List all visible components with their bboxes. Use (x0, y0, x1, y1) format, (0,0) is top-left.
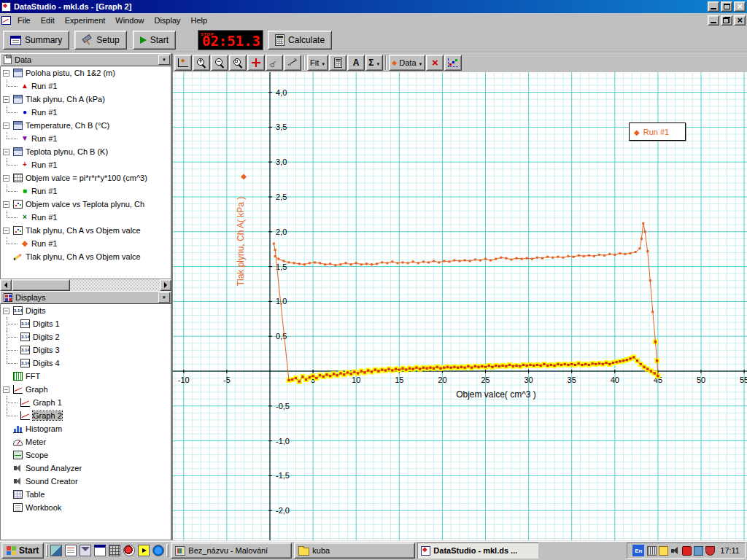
data-item[interactable]: −Objem valce vs Teplota plynu, Ch (1, 198, 171, 211)
shield-icon[interactable] (705, 546, 715, 556)
scale-to-fit-button[interactable] (174, 55, 192, 71)
start-menu-button[interactable]: Start (1, 542, 44, 559)
graph-canvas[interactable]: -10-55101520253035404550554,03,53,02,52,… (173, 72, 747, 540)
display-item[interactable]: Scope (1, 448, 171, 462)
display-item[interactable]: −Digits (1, 304, 171, 317)
display-child-item[interactable]: Graph 1 (1, 396, 171, 409)
data-item[interactable]: −Tlak plynu, Ch A (kPa) (1, 93, 171, 106)
text-annotation-button[interactable]: A (347, 55, 365, 71)
graph-settings-button[interactable] (444, 55, 462, 71)
slope-tool-button[interactable] (266, 55, 283, 71)
data-item[interactable]: −Tlak plynu, Ch A vs Objem valce (1, 224, 171, 237)
data-item[interactable]: Tlak plynu, Ch A vs Objem valce (1, 250, 171, 263)
display-item[interactable]: FFT (1, 370, 171, 383)
close-button[interactable] (734, 1, 746, 12)
maximize-button[interactable] (721, 1, 732, 12)
display-item[interactable]: −Graph (1, 383, 171, 396)
menu-window[interactable]: Window (110, 15, 149, 26)
collapse-icon[interactable]: − (3, 149, 9, 155)
data-menu-button[interactable]: ◆Data (389, 55, 425, 71)
menu-display[interactable]: Display (149, 15, 185, 26)
collapse-icon[interactable]: − (3, 386, 9, 393)
run-item[interactable]: ▲Run #1 (1, 79, 171, 93)
calculate-button[interactable]: Calculate (268, 31, 332, 50)
collapse-icon[interactable]: − (3, 96, 9, 103)
child-restore-button[interactable] (721, 15, 732, 26)
menu-help[interactable]: Help (186, 15, 213, 26)
display-item[interactable]: Table (1, 488, 171, 501)
run-item[interactable]: ▼Run #1 (1, 132, 171, 145)
child-minimize-button[interactable] (708, 15, 719, 26)
remove-data-button[interactable] (426, 55, 444, 71)
collapse-icon[interactable]: − (3, 201, 9, 208)
graph-plot[interactable]: -10-55101520253035404550554,03,53,02,52,… (173, 72, 747, 540)
child-window-icon[interactable] (1, 16, 11, 25)
menu-edit[interactable]: Edit (36, 15, 60, 26)
run-item[interactable]: ◆Run #1 (1, 237, 171, 250)
language-indicator[interactable]: En (632, 545, 644, 556)
display-child-item[interactable]: Digits 4 (1, 357, 171, 370)
display-item[interactable]: Sound Analyzer (1, 462, 171, 475)
keyboard-icon[interactable] (647, 546, 657, 556)
run-item[interactable]: ×Run #1 (1, 211, 171, 224)
collapse-icon[interactable]: − (3, 70, 9, 77)
volume-icon[interactable] (670, 546, 680, 556)
taskbar-task-button[interactable]: kuba (294, 542, 415, 559)
minimize-button[interactable] (708, 1, 719, 12)
child-close-button[interactable] (734, 15, 746, 26)
fit-menu-button[interactable]: Fit (307, 55, 328, 71)
data-item[interactable]: −Objem valce = pi*r*r*y*100 (cm^3) (1, 171, 171, 184)
taskbar-task-button[interactable]: Bez_názvu - Malování (171, 542, 292, 559)
legend[interactable]: Run #1 (629, 122, 686, 141)
display-tray-icon[interactable] (694, 546, 703, 556)
setup-button[interactable]: Setup (74, 31, 126, 50)
tray-clock[interactable]: 17:11 (720, 546, 740, 555)
collapse-icon[interactable]: − (3, 175, 9, 182)
run-item[interactable]: +Run #1 (1, 158, 171, 171)
menu-file[interactable]: File (12, 15, 36, 26)
taskbar-task-button[interactable]: DataStudio - mkl.ds ... (417, 542, 538, 559)
window-icon[interactable] (94, 545, 106, 556)
collapse-icon[interactable]: − (3, 228, 9, 234)
data-panel-hscrollbar[interactable] (0, 279, 171, 291)
data-panel-header[interactable]: Data (0, 53, 171, 66)
mail-icon[interactable] (80, 545, 91, 556)
display-child-item[interactable]: Digits 2 (1, 330, 171, 343)
coordinates-tool-button[interactable] (284, 55, 301, 71)
data-item[interactable]: −Temperature, Ch B (°C) (1, 119, 171, 132)
globe-icon[interactable] (152, 545, 164, 556)
display-child-item[interactable]: Graph 2 (1, 409, 171, 422)
zoom-out-button[interactable] (211, 55, 228, 71)
pen-tray-icon[interactable] (659, 546, 668, 556)
collapse-icon[interactable]: − (3, 122, 9, 129)
display-item[interactable]: Meter (1, 435, 171, 448)
display-item[interactable]: Sound Creator (1, 475, 171, 488)
statistics-menu-button[interactable]: Σ (365, 55, 383, 71)
scroll-track[interactable] (12, 279, 160, 291)
scroll-left-button[interactable] (0, 279, 12, 291)
media-player-icon[interactable] (138, 545, 150, 556)
data-item[interactable]: −Teplota plynu, Ch B (K) (1, 145, 171, 158)
desktop-icon[interactable] (50, 545, 62, 556)
calculator-button[interactable] (329, 55, 347, 71)
summary-button[interactable]: Summary (3, 31, 69, 50)
scroll-right-button[interactable] (160, 279, 171, 291)
data-panel-menu-button[interactable] (158, 55, 170, 65)
scroll-thumb[interactable] (12, 279, 70, 291)
antivirus-icon[interactable] (682, 546, 692, 556)
menu-experiment[interactable]: Experiment (60, 15, 111, 26)
run-item[interactable]: ■Run #1 (1, 184, 171, 198)
collapse-icon[interactable]: − (3, 308, 9, 314)
displays-panel-header[interactable]: Displays (0, 291, 171, 304)
document-icon[interactable] (65, 545, 77, 556)
smart-tool-button[interactable] (247, 55, 265, 71)
displays-panel-menu-button[interactable] (158, 292, 170, 303)
data-item[interactable]: −Poloha pistu, Ch 1&2 (m) (1, 66, 171, 79)
display-item[interactable]: Workbook (1, 501, 171, 514)
display-child-item[interactable]: Digits 1 (1, 317, 171, 330)
start-button[interactable]: Start (133, 31, 176, 50)
display-item[interactable]: Histogram (1, 422, 171, 435)
zoom-select-button[interactable] (229, 55, 247, 71)
display-child-item[interactable]: Digits 3 (1, 343, 171, 357)
calculator-icon[interactable] (109, 545, 120, 556)
